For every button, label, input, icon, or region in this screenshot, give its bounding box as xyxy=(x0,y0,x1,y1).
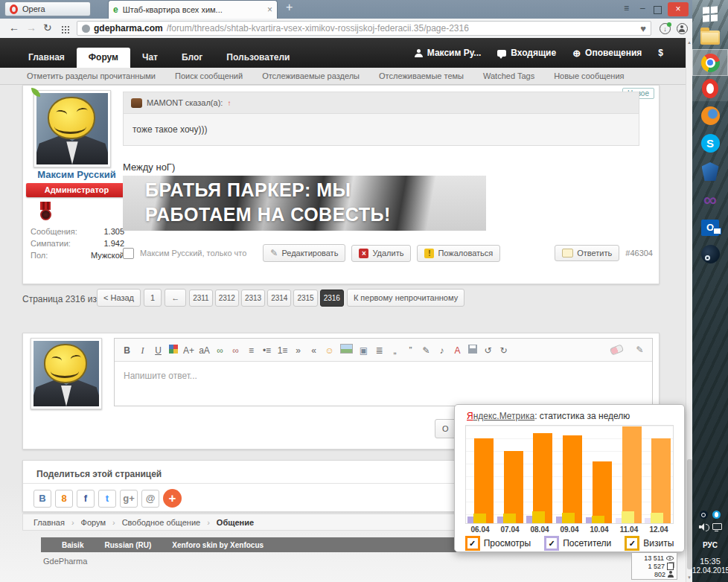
unlink-icon[interactable]: ∞ xyxy=(230,345,241,356)
nav-tab-Главная[interactable]: Главная xyxy=(16,48,77,68)
visit-counter[interactable]: 13 5111 527802 xyxy=(631,552,677,580)
breadcrumb-item[interactable]: Главная xyxy=(33,518,65,527)
opera-button[interactable] xyxy=(692,76,728,101)
user-avatar[interactable] xyxy=(36,93,108,164)
font-family-icon[interactable]: aA xyxy=(199,345,210,356)
profile-icon[interactable] xyxy=(677,23,688,34)
close-button[interactable]: × xyxy=(668,2,689,16)
bold-icon[interactable]: B xyxy=(121,345,132,356)
scroll-up-icon[interactable]: ▲ xyxy=(686,40,692,45)
redo-icon[interactable]: ↻ xyxy=(498,345,509,356)
editor-avatar-card[interactable] xyxy=(31,338,102,409)
page-button[interactable]: 2312 xyxy=(215,290,239,307)
list-icon[interactable]: ≣ xyxy=(374,345,385,356)
back-page-button[interactable]: < Назад xyxy=(97,289,141,307)
scroll-down-icon[interactable]: ▼ xyxy=(686,575,692,580)
maximize-button[interactable] xyxy=(654,6,662,14)
page-button[interactable]: 2316 xyxy=(320,290,344,307)
clock-date[interactable]: 12.04.2015 xyxy=(692,566,728,575)
nav-tab-Чат[interactable]: Чат xyxy=(130,48,170,68)
subnav-link[interactable]: Новые сообщения xyxy=(554,71,624,80)
smilies-icon[interactable]: ☺ xyxy=(324,345,335,356)
forward-icon[interactable]: → xyxy=(26,22,36,33)
text-color-icon[interactable] xyxy=(169,345,178,354)
addthis-share-button[interactable]: + xyxy=(163,489,182,508)
outdent-icon[interactable]: « xyxy=(308,345,319,356)
media-icon[interactable]: ▣ xyxy=(358,345,369,356)
user-menu-item[interactable]: $ xyxy=(658,48,663,58)
report-button[interactable]: ! Пожаловаться xyxy=(417,245,500,262)
breadcrumb-item[interactable]: Форум xyxy=(81,518,106,527)
underline-icon[interactable]: U xyxy=(153,345,164,356)
site-name[interactable]: GdePharma xyxy=(43,557,87,566)
page-button[interactable]: 2315 xyxy=(293,290,317,307)
minimize-button[interactable]: – xyxy=(640,3,645,13)
image-icon[interactable] xyxy=(340,344,353,354)
save-draft-icon[interactable] xyxy=(468,345,477,354)
metrika-link[interactable]: Я xyxy=(467,411,473,421)
language-indicator[interactable]: РУС xyxy=(692,541,728,549)
subnav-link[interactable]: Поиск сообщений xyxy=(175,71,243,80)
browser-menu-icon[interactable]: ≡ xyxy=(624,3,629,13)
subnav-link[interactable]: Отметить разделы прочитанными xyxy=(27,71,156,80)
nav-tab-Пользователи[interactable]: Пользователи xyxy=(214,48,301,68)
prev-range-button[interactable]: ← xyxy=(165,289,186,307)
skype-button[interactable]: S xyxy=(692,130,728,156)
site-security-icon[interactable] xyxy=(82,25,90,33)
user-menu-item[interactable]: Входящие xyxy=(497,48,556,58)
post-avatar-card[interactable] xyxy=(33,90,111,167)
network-icon[interactable] xyxy=(712,523,722,531)
file-explorer-button[interactable] xyxy=(692,27,728,48)
browser-tab[interactable]: e Штаб-квартира всех хим... × xyxy=(108,0,278,19)
user-menu-item[interactable]: Максим Ру... xyxy=(415,48,482,58)
font-size-icon[interactable]: A+ xyxy=(183,345,194,356)
firefox-button[interactable] xyxy=(692,103,728,128)
speed-dial-icon[interactable] xyxy=(61,25,69,33)
alignment-icon[interactable]: ≡ xyxy=(246,345,257,356)
page-button[interactable]: 2313 xyxy=(241,290,265,307)
bbcode-mode-icon[interactable]: ✎ xyxy=(634,345,645,355)
remove-format-icon[interactable]: A xyxy=(452,345,463,356)
quote-jump-arrow[interactable]: ↑ xyxy=(227,99,231,107)
quote-icon[interactable]: „ xyxy=(389,345,400,356)
select-post-checkbox[interactable] xyxy=(123,248,134,259)
opera-menu-button[interactable]: Opera xyxy=(4,1,91,16)
indent-icon[interactable]: » xyxy=(293,345,304,356)
nav-tab-Форум[interactable]: Форум xyxy=(77,48,130,68)
page-button[interactable]: 2314 xyxy=(267,290,291,307)
mailru-share-button[interactable]: @ xyxy=(141,490,159,508)
security-button[interactable] xyxy=(692,159,728,185)
vk-share-button[interactable]: В xyxy=(33,490,51,508)
reply-input[interactable]: Напишите ответ... xyxy=(115,362,652,390)
post-number[interactable]: #46304 xyxy=(625,249,653,258)
legend-checkbox[interactable]: ✓ xyxy=(544,536,559,551)
visual-studio-button[interactable]: ∞ xyxy=(692,187,728,213)
breadcrumb-item[interactable]: Свободное общение xyxy=(122,518,201,527)
undo-icon[interactable]: ↺ xyxy=(482,345,494,356)
reload-icon[interactable]: ↻ xyxy=(43,22,52,33)
outlook-button[interactable]: O xyxy=(692,215,728,240)
clock-time[interactable]: 15:35 xyxy=(692,557,728,566)
odnoklassniki-share-button[interactable]: 8 xyxy=(55,490,73,508)
insert-link-icon[interactable]: ∞ xyxy=(214,345,226,356)
steam-tray-icon[interactable] xyxy=(700,511,708,519)
twitter-share-button[interactable]: t xyxy=(98,490,116,508)
subnav-link[interactable]: Отслеживаемые темы xyxy=(379,71,464,80)
scrollbar-thumb[interactable] xyxy=(687,459,692,569)
user-menu-item[interactable]: ⊕Оповещения xyxy=(572,48,642,58)
legend-checkbox[interactable]: ✓ xyxy=(465,536,480,551)
subnav-link[interactable]: Watched Tags xyxy=(483,71,534,80)
url-field[interactable]: gdepharma.com /forum/threads/shtab-kvart… xyxy=(77,21,651,36)
page-button[interactable]: 2311 xyxy=(189,290,213,307)
edit-button[interactable]: ✎ Редактировать xyxy=(263,244,345,262)
breadcrumb-item[interactable]: Общение xyxy=(217,518,254,527)
tab-close-icon[interactable]: × xyxy=(267,4,272,15)
reply-editor[interactable]: BIUA+aA∞∞≡•≡1≡»«☺▣≣„”✎♪A↺↻ ✎ Напишите от… xyxy=(114,338,653,406)
draw-icon[interactable]: ✎ xyxy=(421,345,432,356)
chrome-button[interactable] xyxy=(692,49,728,76)
facebook-share-button[interactable]: f xyxy=(77,490,95,508)
first-unread-button[interactable]: К первому непрочитанному xyxy=(347,289,464,307)
delete-button[interactable]: × Удалить xyxy=(351,245,411,262)
bullet-list-icon[interactable]: •≡ xyxy=(261,345,272,356)
post-byline[interactable]: Максим Русский, только что xyxy=(140,249,246,258)
